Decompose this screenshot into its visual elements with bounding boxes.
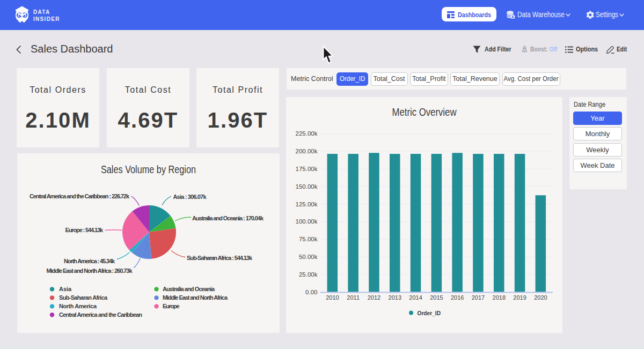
svg-text:2020: 2020 [534, 294, 547, 301]
svg-text:225.00k: 225.00k [296, 130, 318, 137]
svg-text:North America : 45.34k: North America : 45.34k [64, 257, 115, 264]
svg-text:50.00k: 50.00k [299, 254, 318, 260]
svg-text:75.00k: 75.00k [299, 236, 318, 242]
svg-text:2018: 2018 [493, 294, 506, 301]
svg-text:2016: 2016 [451, 294, 464, 301]
svg-text:200.00k: 200.00k [296, 148, 318, 154]
svg-text:Sub-Saharan Africa : 544.13k: Sub-Saharan Africa : 544.13k [187, 254, 253, 261]
svg-text:150.00k: 150.00k [296, 183, 318, 189]
svg-text:2014: 2014 [409, 294, 422, 301]
svg-text:100.00k: 100.00k [296, 218, 318, 225]
svg-text:2019: 2019 [513, 294, 526, 301]
svg-text:Sub-Saharan Africa: Sub-Saharan Africa [59, 294, 108, 301]
svg-text:Sales Volume by Region: Sales Volume by Region [101, 163, 196, 175]
svg-text:Metric Overview: Metric Overview [392, 106, 457, 118]
svg-text:2010: 2010 [326, 294, 339, 301]
svg-text:2012: 2012 [368, 294, 380, 301]
svg-text:Asia : 306.07k: Asia : 306.07k [173, 193, 207, 199]
svg-text:Asia: Asia [59, 286, 72, 292]
svg-text:Europe: Europe [163, 303, 180, 309]
svg-text:125.00k: 125.00k [296, 201, 318, 207]
svg-text:Europe : 544.13k: Europe : 544.13k [65, 227, 104, 233]
svg-text:Central America and the Caribb: Central America and the Caribbean : 226.… [30, 193, 130, 199]
svg-text:2015: 2015 [430, 294, 443, 301]
svg-text:2017: 2017 [472, 294, 485, 301]
svg-text:Australia and Oceania : 170.04: Australia and Oceania : 170.04k [192, 215, 264, 221]
svg-text:175.00k: 175.00k [296, 165, 318, 172]
svg-text:2013: 2013 [389, 294, 401, 301]
svg-text:2011: 2011 [347, 294, 360, 301]
svg-text:North America: North America [59, 303, 97, 309]
svg-text:Australia and Oceania: Australia and Oceania [163, 286, 215, 292]
svg-text:Middle East and North Africa: Middle East and North Africa [163, 294, 228, 301]
svg-text:25.00k: 25.00k [299, 271, 318, 277]
svg-text:Middle East and North Africa :: Middle East and North Africa : 260.73k [47, 268, 133, 274]
svg-text:Order_ID: Order_ID [418, 309, 441, 316]
svg-text:Central America and the Caribb: Central America and the Caribbean [59, 311, 142, 318]
svg-text:0.00: 0.00 [305, 288, 317, 295]
